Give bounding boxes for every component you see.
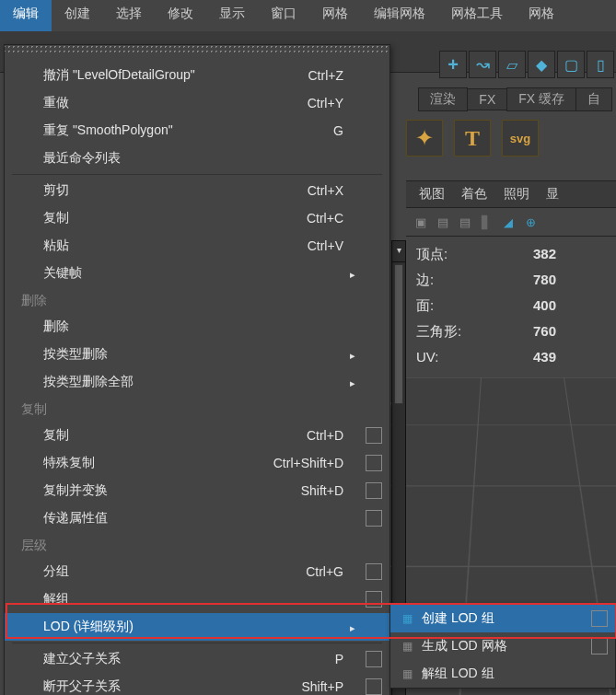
menu-item-21[interactable]: LOD (详细级别) — [5, 613, 389, 641]
menu-item-7[interactable]: 粘贴Ctrl+V — [5, 232, 389, 260]
stat-row-2: 面:400 — [416, 293, 556, 319]
stat-value: 760 — [501, 319, 556, 344]
snap-poly-icon[interactable] — [498, 51, 526, 78]
option-box-icon[interactable] — [366, 482, 382, 499]
menubar-item-1[interactable]: 创建 — [52, 0, 103, 31]
shade-icon[interactable] — [504, 215, 520, 230]
menu-shortcut: Ctrl+X — [242, 183, 343, 198]
stat-row-3: 三角形:760 — [416, 319, 556, 344]
menu-item-17[interactable]: 传递属性值 — [5, 504, 389, 532]
text-tool-icon[interactable] — [454, 120, 491, 156]
menu-item-2[interactable]: 重复 "SmoothPolygon"G — [5, 117, 389, 145]
menu-item-3[interactable]: 最近命令列表 — [5, 145, 389, 172]
menu-item-19[interactable]: 分组Ctrl+G — [5, 558, 389, 585]
menu-item-label: 粘贴 — [43, 237, 242, 254]
menubar-item-6[interactable]: 网格 — [309, 0, 361, 31]
submenu-arrow-icon — [343, 266, 362, 281]
stat-label: 面: — [416, 293, 501, 319]
menubar-item-8[interactable]: 网格工具 — [438, 0, 516, 31]
menu-shortcut: Ctrl+C — [242, 211, 343, 226]
menu-shortcut: Ctrl+V — [242, 238, 343, 253]
target-icon[interactable] — [526, 215, 542, 230]
menu-item-24[interactable]: 断开父子关系Shift+P — [5, 673, 389, 695]
viewport-panel-icons — [406, 210, 616, 237]
option-box-icon[interactable] — [366, 651, 382, 667]
menu-item-1[interactable]: 重做Ctrl+Y — [5, 89, 389, 117]
snap-diamond-icon[interactable] — [528, 51, 555, 78]
option-box-icon[interactable] — [366, 591, 382, 608]
submenu-label: 创建 LOD 组 — [422, 610, 591, 627]
menu-shortcut: Ctrl+G — [242, 564, 343, 579]
snap-tool-icons — [439, 51, 616, 78]
menu-shortcut: Shift+P — [242, 679, 343, 694]
menu-item-label: 重做 — [43, 95, 242, 111]
snap-plus-icon[interactable] — [439, 51, 467, 78]
stat-value: 780 — [501, 267, 556, 293]
menubar-item-3[interactable]: 修改 — [155, 0, 206, 31]
stat-row-1: 边:780 — [416, 267, 556, 293]
viewport-tab-2[interactable]: 照明 — [504, 186, 529, 203]
camera3-icon[interactable] — [459, 215, 476, 230]
menubar-item-2[interactable]: 选择 — [103, 0, 155, 31]
viewport-tab-3[interactable]: 显 — [546, 186, 559, 203]
option-box-icon[interactable] — [366, 427, 382, 444]
menu-item-15[interactable]: 特殊复制Ctrl+Shift+D — [5, 449, 389, 477]
snap-rect-icon[interactable] — [557, 51, 585, 78]
tab-2[interactable]: FX 缓存 — [506, 87, 576, 111]
menu-shortcut: Shift+D — [242, 483, 343, 498]
menubar-item-7[interactable]: 编辑网格 — [361, 0, 438, 31]
camera2-icon[interactable] — [437, 215, 454, 230]
menubar-item-4[interactable]: 显示 — [206, 0, 258, 31]
menu-item-5[interactable]: 剪切Ctrl+X — [5, 177, 389, 204]
option-box-icon[interactable] — [591, 638, 608, 654]
menu-item-10[interactable]: 删除 — [5, 313, 389, 341]
menu-item-11[interactable]: 按类型删除 — [5, 341, 389, 368]
sparkle-icon[interactable] — [406, 120, 443, 156]
menu-section-header: 复制 — [5, 396, 389, 422]
menu-item-20[interactable]: 解组 — [5, 585, 389, 613]
menu-item-16[interactable]: 复制并变换Shift+D — [5, 477, 389, 504]
submenu-item-1[interactable]: 生成 LOD 网格 — [390, 632, 615, 660]
svg-tool-icon[interactable]: svg — [502, 120, 539, 156]
option-box-icon[interactable] — [366, 455, 382, 471]
submenu-label: 生成 LOD 网格 — [422, 638, 591, 654]
menu-separator — [12, 174, 382, 175]
menu-item-23[interactable]: 建立父子关系P — [5, 645, 389, 673]
submenu-item-0[interactable]: 创建 LOD 组 — [390, 605, 615, 632]
menu-item-label: 复制 — [43, 210, 242, 226]
bookmark-icon[interactable] — [482, 215, 498, 230]
svg-label: svg — [510, 132, 530, 145]
tab-3[interactable]: 自 — [575, 87, 612, 111]
menubar-item-9[interactable]: 网格 — [516, 0, 567, 31]
option-box-icon[interactable] — [366, 510, 382, 527]
lod-submenu: 创建 LOD 组生成 LOD 网格解组 LOD 组 — [389, 604, 616, 689]
option-box-icon[interactable] — [366, 678, 382, 695]
tab-0[interactable]: 渲染 — [418, 87, 468, 111]
menu-item-label: 断开父子关系 — [43, 678, 242, 695]
menu-item-label: 特殊复制 — [43, 455, 242, 471]
submenu-item-2[interactable]: 解组 LOD 组 — [390, 660, 615, 688]
stat-label: 边: — [416, 267, 501, 293]
menu-item-0[interactable]: 撤消 "LevelOfDetailGroup"Ctrl+Z — [5, 62, 389, 89]
menu-item-6[interactable]: 复制Ctrl+C — [5, 204, 389, 232]
menu-item-12[interactable]: 按类型删除全部 — [5, 368, 389, 396]
menubar-item-0[interactable]: 编辑 — [0, 0, 52, 31]
menubar-item-5[interactable]: 窗口 — [258, 0, 309, 31]
edit-menu: 撤消 "LevelOfDetailGroup"Ctrl+Z重做Ctrl+Y重复 … — [4, 44, 390, 695]
option-box-icon[interactable] — [591, 610, 608, 627]
snap-rect2-icon[interactable] — [587, 51, 614, 78]
snap-curve-icon[interactable] — [469, 51, 496, 78]
viewport-tab-0[interactable]: 视图 — [419, 186, 445, 203]
menu-shortcut: Ctrl+Shift+D — [242, 456, 343, 470]
submenu-arrow-icon — [343, 347, 362, 362]
camera-icon[interactable] — [415, 215, 432, 230]
menu-item-8[interactable]: 关键帧 — [5, 260, 389, 287]
panel-dropdown-icon[interactable] — [391, 240, 406, 262]
option-box-icon[interactable] — [366, 563, 382, 580]
scrollbar-thumb[interactable] — [394, 264, 403, 404]
menu-item-14[interactable]: 复制Ctrl+D — [5, 422, 389, 449]
menu-item-label: 按类型删除全部 — [43, 374, 242, 390]
tab-1[interactable]: FX — [467, 88, 507, 110]
stat-row-0: 顶点:382 — [416, 241, 556, 267]
viewport-tab-1[interactable]: 着色 — [461, 186, 487, 203]
